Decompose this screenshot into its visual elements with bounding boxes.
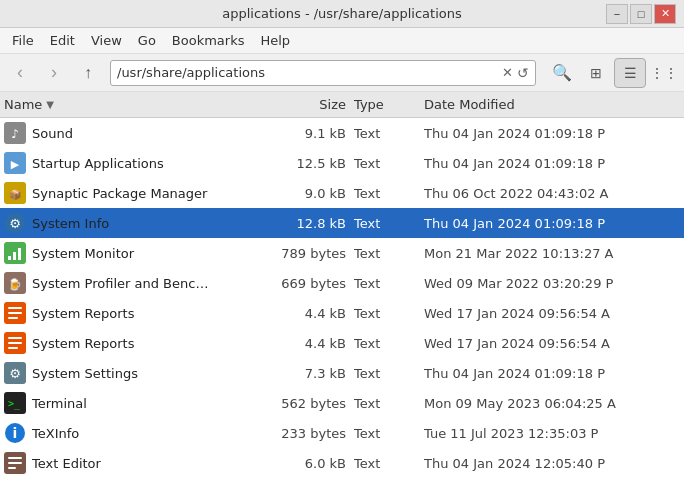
file-type: Text (354, 366, 424, 381)
file-name: ⚙ System Settings (4, 362, 264, 384)
col-header-size[interactable]: Size (264, 97, 354, 112)
file-name: System Reports (4, 332, 264, 354)
file-date: Mon 21 Mar 2022 10:13:27 A (424, 246, 680, 261)
file-icon (4, 242, 26, 264)
menu-help[interactable]: Help (252, 31, 298, 50)
svg-rect-29 (8, 457, 22, 459)
maximize-button[interactable]: □ (630, 4, 652, 24)
back-button[interactable]: ‹ (4, 58, 36, 88)
svg-rect-9 (8, 256, 11, 260)
svg-text:⚙: ⚙ (9, 216, 21, 231)
file-icon: i (4, 422, 26, 444)
col-header-name[interactable]: Name ▼ (4, 97, 264, 112)
up-button[interactable]: ↑ (72, 58, 104, 88)
menu-edit[interactable]: Edit (42, 31, 83, 50)
file-icon (4, 452, 26, 474)
address-bar: /usr/share/applications ✕ ↺ (110, 60, 536, 86)
list-item[interactable]: 📦 Synaptic Package Manager 9.0 kB Text T… (0, 178, 684, 208)
svg-rect-11 (18, 248, 21, 260)
file-icon: ⚙ (4, 212, 26, 234)
file-type: Text (354, 186, 424, 201)
search-button[interactable]: 🔍 (546, 58, 578, 88)
file-list: ♪ Sound 9.1 kB Text Thu 04 Jan 2024 01:0… (0, 118, 684, 500)
file-size: 562 bytes (264, 396, 354, 411)
svg-rect-16 (8, 312, 22, 314)
svg-text:▶: ▶ (11, 158, 20, 171)
svg-text:♪: ♪ (11, 127, 19, 141)
file-name: System Reports (4, 302, 264, 324)
forward-button[interactable]: › (38, 58, 70, 88)
svg-text:🍺: 🍺 (8, 277, 22, 291)
file-icon: ▶ (4, 152, 26, 174)
menu-go[interactable]: Go (130, 31, 164, 50)
list-item[interactable]: System Monitor 789 bytes Text Mon 21 Mar… (0, 238, 684, 268)
svg-rect-10 (13, 252, 16, 260)
minimize-button[interactable]: − (606, 4, 628, 24)
file-date: Thu 06 Oct 2022 04:43:02 A (424, 186, 680, 201)
svg-rect-30 (8, 462, 22, 464)
file-name: ♪ Sound (4, 122, 264, 144)
view-buttons: 🔍 ⊞ ☰ ⋮⋮ (546, 58, 680, 88)
file-date: Tue 11 Jul 2023 12:35:03 P (424, 426, 680, 441)
file-size: 233 bytes (264, 426, 354, 441)
menu-bar: File Edit View Go Bookmarks Help (0, 28, 684, 54)
close-button[interactable]: ✕ (654, 4, 676, 24)
svg-text:>_: >_ (8, 398, 21, 410)
file-size: 669 bytes (264, 276, 354, 291)
list-item[interactable]: ♪ Sound 9.1 kB Text Thu 04 Jan 2024 01:0… (0, 118, 684, 148)
svg-text:📦: 📦 (9, 188, 22, 201)
file-date: Wed 09 Mar 2022 03:20:29 P (424, 276, 680, 291)
title-bar-title: applications - /usr/share/applications (222, 6, 461, 21)
file-name: i TeXInfo (4, 422, 264, 444)
svg-rect-17 (8, 317, 18, 319)
list-item[interactable]: Text Editor 6.0 kB Text Thu 04 Jan 2024 … (0, 448, 684, 478)
file-date: Wed 17 Jan 2024 09:56:54 A (424, 306, 680, 321)
file-size: 4.4 kB (264, 306, 354, 321)
window-controls: − □ ✕ (606, 4, 676, 24)
sort-arrow-icon: ▼ (46, 99, 54, 110)
compact-view-button[interactable]: ⋮⋮ (648, 58, 680, 88)
list-item[interactable]: ▶ Startup Applications 12.5 kB Text Thu … (0, 148, 684, 178)
file-date: Wed 17 Jan 2024 09:56:54 A (424, 336, 680, 351)
file-date: Thu 04 Jan 2024 01:09:18 P (424, 156, 680, 171)
file-type: Text (354, 156, 424, 171)
file-size: 789 bytes (264, 246, 354, 261)
icon-view-button[interactable]: ⊞ (580, 58, 612, 88)
clear-address-button[interactable]: ✕ (502, 65, 513, 80)
toolbar: ‹ › ↑ /usr/share/applications ✕ ↺ 🔍 ⊞ ☰ … (0, 54, 684, 92)
file-type: Text (354, 246, 424, 261)
file-name: >_ Terminal (4, 392, 264, 414)
file-name: Text Editor (4, 452, 264, 474)
col-header-type[interactable]: Type (354, 97, 424, 112)
file-type: Text (354, 216, 424, 231)
svg-rect-20 (8, 342, 22, 344)
file-icon (4, 332, 26, 354)
file-icon: 📦 (4, 182, 26, 204)
list-item[interactable]: i TeXInfo 233 bytes Text Tue 11 Jul 2023… (0, 418, 684, 448)
file-icon (4, 302, 26, 324)
file-size: 4.4 kB (264, 336, 354, 351)
list-item[interactable]: >_ Terminal 562 bytes Text Mon 09 May 20… (0, 388, 684, 418)
file-icon: ♪ (4, 122, 26, 144)
file-size: 9.1 kB (264, 126, 354, 141)
file-icon: ⚙ (4, 362, 26, 384)
list-item[interactable]: System Reports 4.4 kB Text Wed 17 Jan 20… (0, 298, 684, 328)
menu-view[interactable]: View (83, 31, 130, 50)
file-name: System Monitor (4, 242, 264, 264)
file-size: 7.3 kB (264, 366, 354, 381)
list-item[interactable]: ⚙ System Settings 7.3 kB Text Thu 04 Jan… (0, 358, 684, 388)
list-item[interactable]: System Reports 4.4 kB Text Wed 17 Jan 20… (0, 328, 684, 358)
menu-file[interactable]: File (4, 31, 42, 50)
list-item[interactable]: 🍺 System Profiler and Benc… 669 bytes Te… (0, 268, 684, 298)
file-type: Text (354, 336, 424, 351)
reload-button[interactable]: ↺ (517, 65, 529, 81)
file-name: 📦 Synaptic Package Manager (4, 182, 264, 204)
col-header-date[interactable]: Date Modified (424, 97, 680, 112)
menu-bookmarks[interactable]: Bookmarks (164, 31, 253, 50)
list-item[interactable]: ⚙ System Info 12.8 kB Text Thu 04 Jan 20… (0, 208, 684, 238)
list-view-button[interactable]: ☰ (614, 58, 646, 88)
file-type: Text (354, 126, 424, 141)
file-type: Text (354, 396, 424, 411)
file-icon: >_ (4, 392, 26, 414)
file-type: Text (354, 306, 424, 321)
